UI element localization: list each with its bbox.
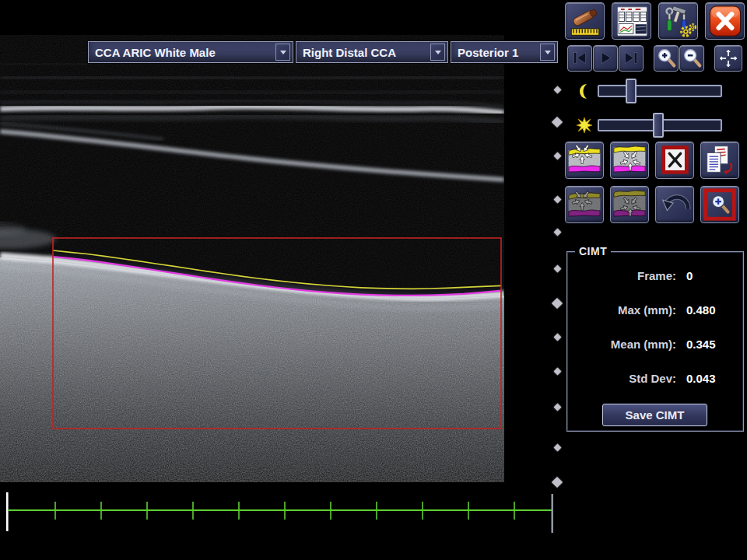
diamond-marker-icon [553, 152, 561, 159]
max-value: 0.480 [686, 303, 716, 317]
segment-dropdown[interactable]: Right Distal CCA [296, 41, 448, 63]
play-button[interactable] [593, 45, 618, 72]
diamond-marker-icon [553, 86, 561, 93]
report-icon [614, 5, 650, 38]
angle-dropdown[interactable]: Posterior 1 [451, 41, 558, 63]
ultrasound-image[interactable] [0, 35, 504, 482]
angle-value: Posterior 1 [451, 46, 540, 59]
edit-far-wall-icon [612, 143, 647, 177]
zoom-region-icon [702, 187, 738, 222]
segment-value: Right Distal CCA [296, 46, 430, 59]
cimt-stddev-row: Std Dev: 0.043 [567, 372, 743, 385]
edit-far-wall-button[interactable] [610, 142, 649, 179]
cimt-max-row: Max (mm): 0.480 [567, 303, 743, 317]
frame-label: Frame: [567, 269, 676, 282]
chevron-down-icon[interactable] [275, 44, 290, 61]
cimt-panel-title: CIMT [575, 245, 611, 257]
chevron-down-icon[interactable] [430, 44, 445, 61]
zoom-in-button[interactable] [654, 45, 679, 72]
frame-value: 0 [686, 269, 693, 282]
scale-ruler [0, 488, 560, 543]
app-window: CCA ARIC White Male Right Distal CCA Pos… [0, 0, 747, 560]
save-cimt-button[interactable]: Save CIMT [602, 404, 707, 426]
diamond-marker-icon [553, 264, 561, 272]
edit-near-wall-alt-icon [566, 187, 602, 222]
zoom-in-icon [655, 47, 677, 70]
cimt-frame-row: Frame: 0 [567, 269, 743, 282]
delete-measurement-button[interactable] [655, 142, 694, 179]
diamond-marker-icon [553, 367, 561, 375]
diamond-marker-icon [553, 195, 561, 203]
edit-near-wall-button[interactable] [565, 142, 604, 179]
diamond-marker-icon [553, 403, 561, 411]
diamond-marker-icon [553, 443, 561, 451]
contrast-slider[interactable] [598, 85, 722, 97]
probe-ruler-icon [567, 5, 603, 38]
frame-navigation [567, 45, 742, 72]
cimt-mean-row: Mean (mm): 0.345 [567, 338, 743, 351]
brightness-slider[interactable] [598, 119, 722, 131]
edit-near-wall-icon [566, 143, 602, 177]
play-icon [594, 47, 616, 70]
stddev-value: 0.043 [686, 372, 716, 385]
settings-tools-button[interactable] [658, 2, 698, 40]
diamond-marker-icon [552, 298, 563, 309]
report-button[interactable] [612, 2, 651, 40]
zoom-region-button[interactable] [700, 186, 739, 223]
sun-icon [571, 117, 598, 134]
ruler-right-cursor[interactable] [552, 494, 553, 533]
chevron-down-icon[interactable] [540, 44, 555, 61]
copy-report-icon [702, 143, 738, 177]
pan-button[interactable] [714, 45, 742, 72]
first-frame-icon [569, 47, 591, 70]
brightness-slider-handle[interactable] [653, 113, 664, 138]
pan-icon [716, 47, 741, 70]
diamond-marker-icon [553, 228, 561, 236]
zoom-out-icon [681, 47, 703, 70]
cimt-panel: CIMT Frame: 0 Max (mm): 0.480 Mean (mm):… [566, 251, 744, 432]
contrast-slider-handle[interactable] [626, 79, 637, 103]
tools-icon [661, 5, 696, 38]
probe-measure-button[interactable] [565, 2, 605, 40]
delete-measurement-icon [657, 143, 693, 177]
mean-label: Mean (mm): [567, 338, 676, 351]
edit-near-wall-alt-button[interactable] [565, 186, 604, 223]
main-toolbar [565, 2, 745, 40]
brightness-slider-row [571, 114, 722, 137]
last-frame-button[interactable] [619, 45, 644, 72]
close-icon [707, 5, 743, 38]
edit-tool-grid [565, 142, 739, 223]
mean-value: 0.345 [686, 338, 716, 351]
contrast-slider-row [571, 79, 722, 103]
max-label: Max (mm): [567, 303, 676, 317]
moon-icon [571, 83, 598, 100]
study-preset-value: CCA ARIC White Male [89, 46, 275, 59]
diamond-marker-icon [553, 333, 561, 341]
zoom-out-button[interactable] [679, 45, 704, 72]
last-frame-icon [620, 47, 642, 70]
close-button[interactable] [705, 2, 745, 40]
edit-far-wall-alt-icon [612, 187, 647, 222]
copy-report-button[interactable] [700, 142, 739, 179]
study-preset-dropdown[interactable]: CCA ARIC White Male [88, 41, 293, 63]
edit-far-wall-alt-button[interactable] [610, 186, 649, 223]
undo-icon [657, 187, 693, 222]
ruler-left-cursor[interactable] [6, 492, 9, 531]
undo-button[interactable] [655, 186, 694, 223]
first-frame-button[interactable] [567, 45, 592, 72]
diamond-marker-icon [552, 117, 563, 128]
stddev-label: Std Dev: [567, 372, 676, 385]
diamond-marker-icon [552, 477, 563, 488]
